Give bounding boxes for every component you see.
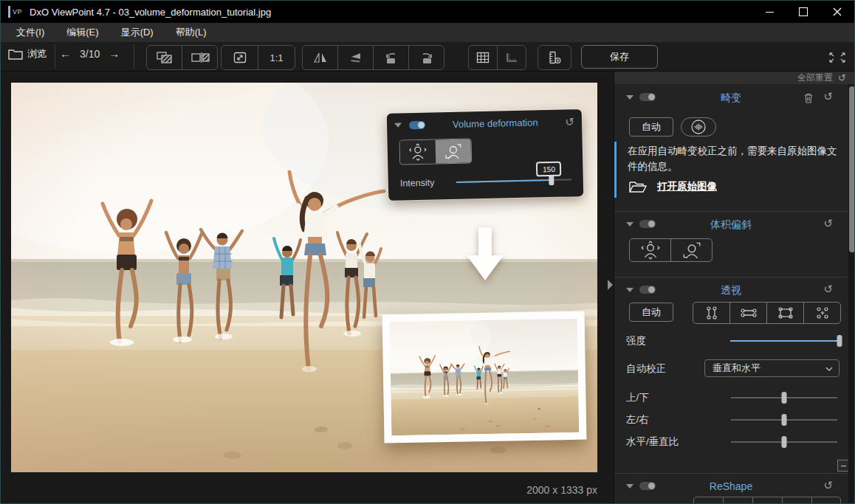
fullscreen-button[interactable] [828,48,847,64]
corrections-sidebar: 全部重置 ↺ 畸变 ↺ 自动 在应用自动畸变校正之前，需要来自原始图像文件的信息… [614,72,855,504]
wave-circle-icon [690,119,707,135]
info-accent-bar [614,142,617,198]
hv-ratio-label: 水平/垂直比 [626,435,679,449]
menu-view[interactable]: 显示(D) [110,23,165,42]
flip-vertical-button[interactable] [337,46,373,69]
volume-mode-group [629,238,712,262]
volume-horizontal-mode [400,140,436,165]
menu-edit[interactable]: 编辑(E) [55,23,109,42]
perspective-tools-group [693,302,841,324]
intensity-label: Intensity [400,178,435,189]
rotate-left-icon [383,51,399,65]
perspective-intensity-slider[interactable] [730,340,839,342]
sidebar-collapse-handle[interactable] [608,280,613,290]
intensity-value-bubble: 150 [536,162,561,177]
overlay-panel-title: Volume deformation [425,116,566,130]
prev-image-button[interactable]: ← [60,47,71,60]
app-logo-icon: VP [8,6,22,18]
force-rectangle-button[interactable] [766,303,803,323]
autocorrect-label: 自动校正 [626,362,666,376]
volume-diagonal-mode [436,139,472,163]
intensity-row-label: 强度 [626,334,646,348]
reset-all-button[interactable]: 全部重置 [797,72,833,84]
compare-overlay-button[interactable] [147,46,182,69]
close-button[interactable] [820,1,854,23]
rectangle-points-icon [775,305,797,320]
force-horizontal-button[interactable] [729,303,766,323]
reshape-tool-button[interactable] [694,497,723,504]
close-icon [833,7,842,16]
menu-file[interactable]: 文件(I) [5,23,55,42]
distortion-manual-button[interactable] [681,117,716,137]
info-text: 在应用自动畸变校正之前，需要来自原始图像文件的信息。 [628,143,843,174]
updown-slider[interactable] [731,397,837,398]
window-title: DxO ViewPoint 4.7 - 03_volume_deformatio… [30,7,271,18]
autocorrect-dropdown[interactable]: 垂直和水平 [704,359,839,377]
reshape-tool-button[interactable] [782,497,811,504]
volume-deformation-overlay-panel: Volume deformation ↺ [387,109,584,201]
grid-button[interactable] [469,46,497,69]
trash-icon[interactable] [803,92,814,103]
photo-view[interactable]: Volume deformation ↺ [11,83,597,472]
reshape-tool-button[interactable] [811,497,840,504]
after-photo-thumbnail [382,311,587,443]
rotate-right-button[interactable] [408,46,444,69]
sidebar-scrollbar[interactable] [848,84,855,504]
perspective-reset-icon[interactable]: ↺ [823,283,833,294]
ruler-settings-icon [547,51,562,64]
fit-screen-button[interactable] [222,46,258,69]
chevron-down-icon [825,367,833,371]
grid-icon [476,52,490,63]
ruler-button[interactable] [497,46,526,69]
distortion-panel-header: 畸变 ↺ [614,86,848,108]
distortion-reset-icon[interactable]: ↺ [823,91,833,102]
force-vertical-button[interactable] [693,303,729,323]
panel-toggle [409,120,425,128]
transform-group [302,45,444,70]
image-position: 3/10 [80,48,100,60]
reshape-reset-icon[interactable]: ↺ [823,480,833,491]
compare-split-icon [190,51,210,64]
reshape-tool-button[interactable] [723,497,752,504]
compare-overlay-icon [156,51,174,64]
perspective-auto-button[interactable]: 自动 [629,303,673,322]
compare-split-button[interactable] [182,46,217,69]
measure-settings-group [538,45,571,70]
fullscreen-icon [828,48,847,64]
ruler-settings-button[interactable] [538,46,571,69]
flip-horizontal-button[interactable] [303,46,337,69]
intensity-slider: 150 [456,179,571,183]
title-bar: VP DxO ViewPoint 4.7 - 03_volume_deforma… [1,1,854,23]
next-image-button[interactable]: → [109,47,120,60]
volume-diagonal-mode-button[interactable] [670,239,712,261]
distortion-auto-button[interactable]: 自动 [629,117,673,137]
volume-reset-icon[interactable]: ↺ [823,218,833,229]
reshape-tool-button[interactable] [752,497,782,504]
reshape-panel-title: ReShape [614,480,848,492]
rotate-right-icon [419,51,435,65]
guides-group [468,45,526,70]
scrollbar-thumb[interactable] [849,86,855,252]
rotate-left-button[interactable] [373,46,408,69]
browse-button[interactable]: 浏览 [8,47,47,61]
person-arrows-icon [408,143,428,162]
leftright-label: 左/右 [626,413,649,427]
zoom-group: 1:1 [221,45,295,70]
folder-icon [8,48,23,60]
maximize-button[interactable] [786,1,820,23]
hv-ratio-slider[interactable] [731,441,837,443]
leftright-slider[interactable] [731,419,837,421]
volume-horizontal-mode-button[interactable] [630,239,670,261]
open-original-link[interactable]: 打开原始图像 [629,180,717,193]
zoom-100-button[interactable]: 1:1 [258,46,295,69]
panel-scroll-minus-button[interactable] [837,460,849,472]
image-canvas[interactable]: Volume deformation ↺ [1,72,614,504]
eight-points-button[interactable] [803,303,840,323]
updown-label: 上/下 [626,391,649,404]
reset-all-icon[interactable]: ↺ [838,73,846,83]
save-button[interactable]: 保存 [581,45,658,69]
menu-help[interactable]: 帮助(L) [165,23,218,42]
minimize-button[interactable] [752,1,786,23]
collapse-icon [394,123,402,128]
person-diagonal-icon [681,241,702,260]
